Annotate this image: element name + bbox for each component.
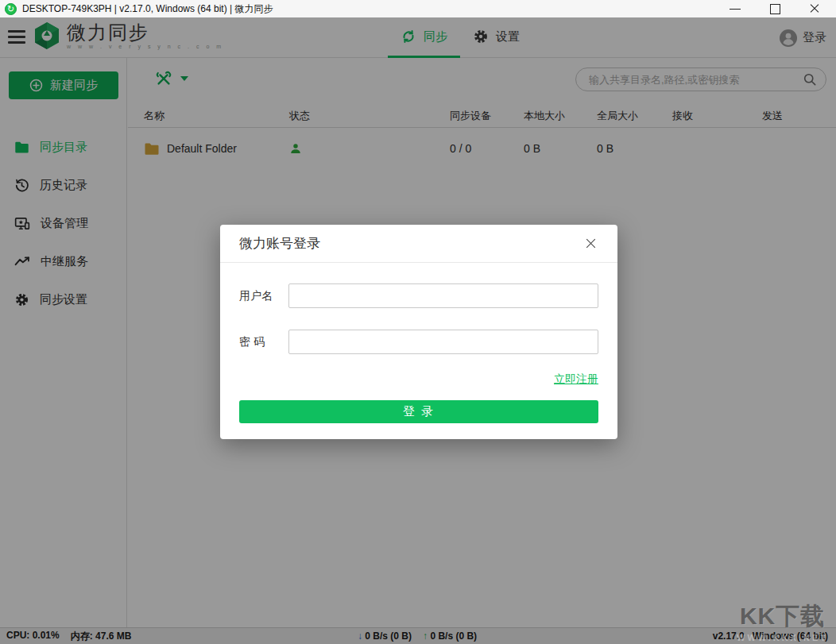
modal-close-icon[interactable]	[584, 237, 598, 251]
close-button[interactable]	[806, 2, 823, 16]
password-label: 密 码	[239, 335, 288, 349]
login-modal: 微力账号登录 用户名 密 码 立即注册 登 录	[220, 225, 617, 439]
app-icon: ↻	[5, 3, 17, 15]
register-link[interactable]: 立即注册	[554, 372, 598, 385]
username-label: 用户名	[239, 289, 288, 303]
app-window: ↻ DESKTOP-749K3PH | v2.17.0, Windows (64…	[0, 0, 836, 644]
minimize-button[interactable]	[726, 2, 744, 16]
password-field[interactable]	[288, 330, 598, 354]
username-field[interactable]	[288, 283, 598, 308]
modal-title: 微力账号登录	[239, 234, 320, 253]
maximize-button[interactable]	[766, 2, 784, 16]
window-titlebar: ↻ DESKTOP-749K3PH | v2.17.0, Windows (64…	[0, 0, 836, 17]
login-button[interactable]: 登 录	[239, 400, 598, 423]
app-body: 微力同步 w w w . v e r y s y n c . c o m 同步	[0, 17, 836, 644]
window-title: DESKTOP-749K3PH | v2.17.0, Windows (64 b…	[22, 2, 273, 16]
